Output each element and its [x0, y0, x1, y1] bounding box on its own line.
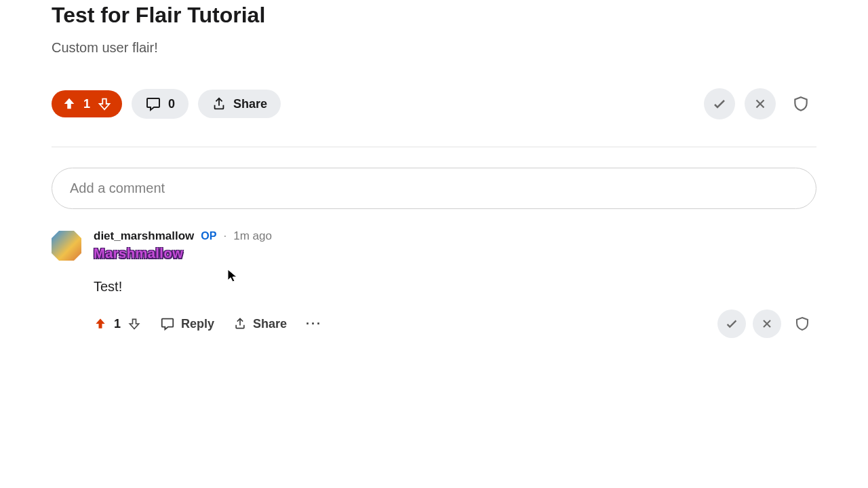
comment-mod-shield-button[interactable] [788, 309, 816, 338]
upvote-icon[interactable] [62, 96, 77, 111]
op-badge: OP [201, 230, 216, 242]
comment-header: diet_marshmallow OP · 1m ago [94, 229, 816, 243]
check-icon [724, 316, 739, 331]
reply-button[interactable]: Reply [160, 316, 214, 331]
comment-icon [145, 96, 161, 112]
downvote-icon[interactable] [97, 96, 112, 111]
add-comment-input[interactable]: Add a comment [52, 168, 816, 209]
comment-vote: 1 [94, 317, 141, 331]
comments-button[interactable]: 0 [132, 89, 189, 119]
comment-share-button[interactable]: Share [233, 317, 287, 331]
comment-mod-actions [717, 309, 816, 338]
time-ago: 1m ago [233, 229, 272, 243]
close-icon [760, 317, 774, 331]
mod-shield-button[interactable] [785, 88, 816, 119]
post-action-row: 1 0 Share [52, 88, 816, 119]
comment-approve-button[interactable] [717, 309, 746, 338]
post-container: Test for Flair Tutorial Custom user flai… [0, 0, 868, 338]
share-button[interactable]: Share [198, 90, 281, 118]
remove-button[interactable] [745, 88, 776, 119]
divider [52, 147, 816, 147]
share-icon [233, 317, 247, 331]
comment-actions: 1 Reply Share ··· [94, 309, 816, 338]
user-flair: Marshmallow [94, 246, 183, 261]
close-icon [753, 96, 768, 111]
approve-button[interactable] [704, 88, 735, 119]
downvote-icon[interactable] [127, 317, 141, 331]
shield-icon [794, 316, 810, 332]
reply-icon [160, 316, 175, 331]
username[interactable]: diet_marshmallow [94, 229, 194, 243]
comment: diet_marshmallow OP · 1m ago Marshmallow… [52, 229, 816, 338]
shield-icon [792, 95, 810, 113]
share-icon [212, 96, 226, 111]
share-label: Share [233, 97, 267, 111]
more-options-button[interactable]: ··· [306, 317, 322, 331]
comment-body: Test! [94, 279, 816, 295]
post-title: Test for Flair Tutorial [52, 3, 816, 28]
vote-pill: 1 [52, 90, 122, 117]
upvote-icon[interactable] [94, 317, 107, 331]
avatar[interactable] [52, 231, 81, 261]
comment-remove-button[interactable] [753, 309, 781, 338]
post-body: Custom user flair! [52, 40, 816, 56]
comment-share-label: Share [253, 317, 287, 331]
separator-dot: · [223, 229, 226, 243]
check-icon [711, 96, 728, 112]
comment-vote-count: 1 [114, 317, 121, 331]
reply-label: Reply [181, 317, 214, 331]
comment-content: diet_marshmallow OP · 1m ago Marshmallow… [94, 229, 816, 338]
comment-count: 0 [168, 97, 175, 111]
vote-count: 1 [83, 97, 90, 111]
